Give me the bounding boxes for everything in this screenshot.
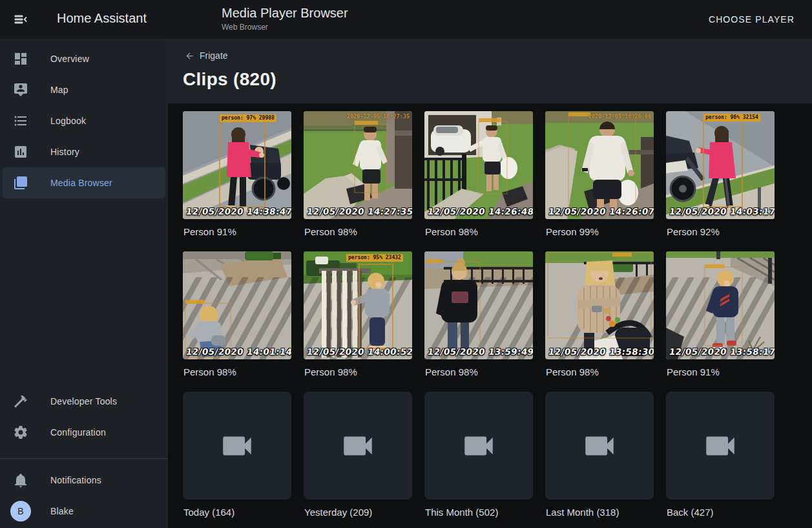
timestamp-overlay: 12/05/2020 13:58:30: [548, 346, 654, 357]
clip-cell: person: 95% 2343212/05/2020 14:00:52Pers…: [304, 251, 412, 392]
clip-thumbnail: [183, 111, 291, 219]
clip-thumbnail: [545, 111, 654, 219]
folder-cell: This Month (502): [424, 392, 533, 528]
clip-cell: 2020-12-05 16:26:0612/05/2020 14:26:07Pe…: [545, 111, 654, 251]
clip-tile[interactable]: person: 97% 2998812/05/2020 14:38:47: [183, 111, 291, 219]
top-bar: Home Assistant Media Player Browser Web …: [0, 0, 812, 39]
sidebar-item-profile[interactable]: BBlake: [3, 496, 165, 527]
history-chart-icon: [13, 144, 28, 160]
folder-tile[interactable]: [545, 392, 654, 500]
sidebar-item-developer-tools[interactable]: Developer Tools: [3, 386, 165, 417]
clip-thumbnail: [545, 251, 654, 359]
content-header: Frigate Clips (820): [168, 39, 812, 103]
timestamp-overlay: 12/05/2020 14:26:07: [548, 206, 654, 216]
clip-tile[interactable]: 12/05/2020 14:26:48: [424, 111, 533, 219]
clip-caption: Person 91%: [667, 366, 775, 377]
media-browser-icon: [13, 175, 28, 191]
sidebar-item-label: Media Browser: [50, 178, 112, 188]
sidebar-toggle-button[interactable]: [13, 12, 28, 27]
timestamp-overlay: 12/05/2020 13:58:17: [669, 346, 775, 357]
user-name: Blake: [50, 506, 74, 516]
clip-caption: Person 99%: [546, 226, 654, 237]
camera-timestamp: 2020-12-05 16:26:06: [588, 113, 651, 120]
detection-chip: person: 97% 29988: [220, 114, 276, 122]
gear-icon: [13, 425, 28, 440]
clip-thumbnail: [666, 111, 775, 219]
breadcrumb-label: Frigate: [200, 50, 228, 61]
sidebar-item-label: Configuration: [50, 427, 106, 438]
detection-chip: person: 96% 32154: [703, 114, 760, 121]
logbook-icon: [13, 113, 28, 129]
clip-tile[interactable]: 2020-12-05 16:27:3512/05/2020 14:27:35: [304, 111, 412, 219]
clip-tile[interactable]: 12/05/2020 14:01:14: [183, 251, 291, 359]
camera-timestamp: 2020-12-05 16:27:35: [347, 113, 410, 120]
folder-tile[interactable]: [666, 392, 775, 500]
app-title: Home Assistant: [57, 11, 147, 26]
clip-thumbnail: [666, 251, 775, 359]
clip-caption: Person 98%: [425, 366, 533, 377]
sidebar-divider: [0, 458, 168, 459]
clip-tile[interactable]: person: 95% 2343212/05/2020 14:00:52: [304, 251, 412, 359]
clip-caption: Person 98%: [546, 366, 654, 377]
folder-label: Back (427): [667, 507, 775, 518]
clip-cell: person: 97% 2998812/05/2020 14:38:47Pers…: [183, 111, 291, 251]
dashboard-icon: [13, 51, 28, 67]
videocam-icon: [339, 427, 377, 465]
folder-label: This Month (502): [425, 507, 533, 518]
clip-caption: Person 91%: [183, 226, 291, 237]
folder-tile[interactable]: [424, 392, 533, 500]
videocam-icon: [581, 427, 618, 465]
timestamp-overlay: 12/05/2020 14:01:14: [185, 346, 291, 357]
sidebar-item-overview[interactable]: Overview: [3, 43, 165, 74]
clip-thumbnail: [183, 251, 291, 359]
choose-player-button[interactable]: CHOOSE PLAYER: [705, 0, 798, 39]
folder-cell: Last Month (318): [545, 392, 654, 528]
folder-cell: Today (164): [183, 392, 291, 528]
sidebar-item-label: History: [50, 147, 79, 157]
clip-cell: 12/05/2020 14:26:48Person 98%: [424, 111, 533, 251]
folder-cell: Back (427): [666, 392, 775, 528]
folder-label: Last Month (318): [546, 507, 654, 518]
page-title: Clips (820): [183, 69, 812, 90]
clip-thumbnail: [424, 251, 533, 359]
sidebar-item-notifications[interactable]: Notifications: [3, 465, 165, 496]
sidebar-item-configuration[interactable]: Configuration: [3, 417, 165, 448]
clip-thumbnail: [304, 111, 412, 219]
backburger-icon: [13, 12, 28, 27]
map-account-icon: [13, 82, 28, 98]
clip-tile[interactable]: 12/05/2020 13:59:49: [424, 251, 533, 359]
breadcrumb[interactable]: Frigate: [185, 50, 228, 61]
sidebar-item-media-browser[interactable]: Media Browser: [3, 167, 165, 198]
clip-thumbnail: [424, 111, 533, 219]
clip-caption: Person 92%: [667, 226, 775, 237]
media-player-header: Media Player Browser Web Browser: [222, 6, 348, 32]
sidebar-item-label: Notifications: [50, 475, 101, 485]
videocam-icon: [702, 427, 739, 465]
folder-tile[interactable]: [183, 392, 291, 500]
clip-caption: Person 98%: [183, 366, 291, 377]
sidebar-item-label: Logbook: [50, 116, 86, 126]
clip-thumbnail: [304, 251, 412, 359]
clip-tile[interactable]: 2020-12-05 16:26:0612/05/2020 14:26:07: [545, 111, 654, 219]
sidebar-item-logbook[interactable]: Logbook: [3, 105, 165, 136]
clip-caption: Person 98%: [425, 226, 533, 237]
clips-grid: person: 97% 2998812/05/2020 14:38:47Pers…: [183, 111, 812, 528]
clip-cell: 2020-12-05 16:27:3512/05/2020 14:27:35Pe…: [304, 111, 412, 251]
folder-tile[interactable]: [304, 392, 412, 500]
sidebar-item-history[interactable]: History: [3, 136, 165, 167]
clip-tile[interactable]: 12/05/2020 13:58:17: [666, 251, 775, 359]
page-header-title: Media Player Browser: [222, 6, 348, 21]
folder-cell: Yesterday (209): [304, 392, 412, 528]
folder-label: Today (164): [183, 507, 291, 518]
sidebar-item-label: Overview: [50, 54, 89, 64]
clip-tile[interactable]: person: 96% 3215412/05/2020 14:03:17: [666, 111, 775, 219]
arrow-left-icon: [185, 51, 194, 61]
sidebar-item-label: Map: [50, 85, 68, 95]
sidebar-item-map[interactable]: Map: [3, 74, 165, 105]
videocam-icon: [218, 427, 256, 465]
timestamp-overlay: 12/05/2020 14:26:48: [427, 206, 533, 216]
clip-tile[interactable]: 12/05/2020 13:58:30: [545, 251, 654, 359]
page-header-subtitle: Web Browser: [222, 23, 348, 32]
clip-cell: 12/05/2020 14:01:14Person 98%: [183, 251, 291, 392]
media-browser-content: person: 97% 2998812/05/2020 14:38:47Pers…: [168, 103, 812, 528]
